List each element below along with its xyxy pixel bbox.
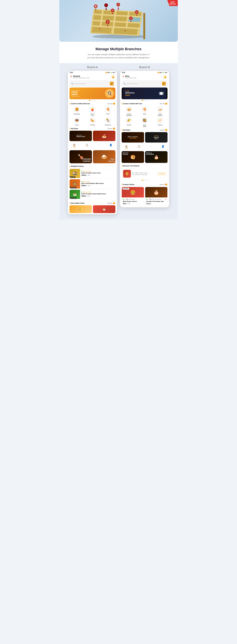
svg-rect-14	[115, 16, 127, 21]
cuisine-cheese-sandwich[interactable]: 🥪 CheeseSandwich	[122, 106, 136, 116]
shop-dot	[81, 171, 82, 172]
deal-b-card-1-bg: DELICIOUS FOOD MENU	[122, 132, 144, 142]
food-card-foodmenu[interactable]: 🎂 DeliciousFOOD MENU	[145, 151, 168, 163]
cuisine-pizza[interactable]: 🍕 Pizza	[101, 106, 115, 116]
reorder-button[interactable]: Re-Order	[158, 172, 166, 175]
cuisine-chole[interactable]: 🍛 CholeBhature	[153, 106, 168, 116]
shop-dot-2	[81, 181, 82, 182]
branch-a-status-bar: 5:52 📶 WiFi 🔋 26%	[68, 71, 117, 74]
dish-palak-info: Delicious Thali Indian Punjabi Cuisine P…	[80, 190, 115, 198]
food-card-pancake[interactable]: 🥞 DeliciousPancake	[122, 151, 144, 163]
because-dot	[132, 172, 133, 173]
branch-b-search-text: Search Dishes	[126, 83, 161, 85]
nav-home[interactable]: 🏠 HOME	[73, 144, 76, 148]
svg-point-43	[124, 30, 126, 31]
branch-b-search-bar[interactable]: 🔍 Search Dishes 🎤	[122, 80, 168, 87]
cuisine-hamburger[interactable]: 🍔 Hamburger	[70, 106, 84, 116]
burger-heart[interactable]: ♡	[141, 198, 143, 200]
branch-b-bottom-nav: 🏠 HOME 📋 ♡ 👤	[120, 144, 169, 151]
branch-a-time: 5:52	[70, 72, 73, 74]
dish-card-thali[interactable]: 🍱 20% OFF Delicious Thali Indian Punjabi…	[70, 169, 115, 178]
cuisine-hotdog[interactable]: 🌭 Hot Dog	[85, 117, 100, 126]
svg-rect-18	[114, 22, 126, 27]
dish-thali-heart[interactable]: ♡	[112, 170, 114, 172]
cuisine-samosa[interactable]: 🥟 Samosa	[153, 117, 168, 127]
cuisine-chole-label: CholeBhature	[158, 113, 162, 116]
cuisine-pizza-b[interactable]: 🍕 Pizza	[137, 106, 152, 116]
nav-menu[interactable]: 📋	[86, 144, 88, 148]
food-card-chicken[interactable]: 🍗 CHICKENCONFISC	[70, 150, 92, 163]
because-info: 1 x Blaze Burger Inferno You Ordered 19 …	[132, 172, 156, 175]
new-food-1[interactable]: 🌮	[70, 205, 92, 213]
cuisine-donut[interactable]: 🍩 Donut	[70, 117, 84, 126]
hot-deals-show-all-b[interactable]: Show All →	[160, 129, 167, 131]
nav-profile-b[interactable]: 👤	[162, 145, 164, 149]
cuisine-label-b: Cuisine Crafted with Care	[122, 103, 142, 104]
nav-profile[interactable]: 👤	[109, 144, 112, 148]
popular-card-burger[interactable]: 🍔 45% OFF ★ 5.0 Spicy Burger ♡ Blaze Bur…	[122, 187, 144, 206]
dish-palak-old-price: ₹650	[87, 196, 90, 197]
cuisine-nachos[interactable]: 🌮 Nachos	[122, 117, 136, 127]
svg-text:G: G	[95, 6, 96, 7]
popular-show-all-btn[interactable]: →	[165, 184, 167, 186]
because-dot-4	[147, 180, 148, 181]
pancake-label: DeliciousPancake	[123, 152, 128, 155]
hot-deals-show-all-btn-b[interactable]: →	[165, 129, 167, 131]
dish-thali-off: 20% OFF	[70, 176, 75, 178]
dish-card-palak[interactable]: 🥗 4.62% OFF Delicious Thali Indian Punja…	[70, 190, 115, 199]
cheese-sandwich-icon: 🥪	[126, 106, 132, 113]
deal-b-card-1[interactable]: DELICIOUS FOOD MENU	[122, 132, 144, 142]
cuisine-show-all-btn[interactable]: →	[113, 103, 115, 105]
cuisine-south-indian-label: SouthIndian	[143, 124, 146, 127]
svg-rect-16	[92, 21, 100, 26]
south-indian-icon: 🥘	[141, 117, 148, 124]
branch-b-popular-row: Popular Dishes Show All →	[120, 182, 169, 186]
hot-deals-label: Hot Deals	[70, 128, 78, 130]
cuisine-show-all[interactable]: Show All →	[108, 103, 115, 105]
nav-favorites-b[interactable]: ♡	[150, 145, 152, 149]
cuisine-shawarma[interactable]: 🌯 Shawarma	[101, 117, 115, 126]
branch-b-bell-button[interactable]: 🔔	[163, 75, 167, 79]
cake-name: Decadent Chocolate Cake	[146, 200, 166, 202]
cuisine-nachos-label: Nachos	[127, 124, 131, 126]
dish-bhature-old-price: ₹280	[87, 185, 90, 186]
branch-b-mic-button[interactable]: 🎤	[162, 82, 166, 86]
dish-card-bhature[interactable]: 🥘 7.14% OFF Bakery Lover Spicy Chole Bha…	[70, 179, 115, 188]
hot-deals-show-all-btn[interactable]: →	[113, 128, 115, 130]
branch-a-bell-button[interactable]: 🔔	[111, 75, 115, 79]
nav-menu-b[interactable]: 📋	[138, 145, 140, 149]
dish-thali-shop: Delicious Thali	[81, 170, 114, 172]
new-foods-show-all[interactable]: Show All →	[108, 202, 115, 204]
heart-icon-b: ♡	[150, 145, 152, 148]
dish-palak-off: 4.62% OFF	[70, 197, 76, 199]
branch-b-because-section: 🍔 1 x Blaze Burger Inferno You Ordered 1…	[120, 167, 169, 182]
new-foods-show-all-btn[interactable]: →	[113, 202, 115, 204]
deal-b-card-2[interactable]: Today's Special Menu	[145, 132, 168, 142]
dish-palak-heart[interactable]: ♡	[112, 191, 114, 193]
cuisine-south-indian[interactable]: 🥘 SouthIndian	[137, 117, 152, 127]
cake-heart[interactable]: ♥	[165, 198, 166, 200]
svg-text:A: A	[130, 18, 131, 19]
food-card-daal[interactable]: 🍛 DaalRasfra	[93, 150, 115, 163]
svg-marker-23	[143, 13, 145, 39]
cuisine-show-all-b[interactable]: Show All →	[160, 103, 167, 105]
popular-card-cake[interactable]: 🎂 ★ 5.0 Delicious Desserts ♥ Decadent Ch…	[145, 187, 168, 206]
branch-a-search-bar[interactable]: 🔍 Search Dishes 🎤	[70, 80, 115, 87]
deal-card-2[interactable]: 🍝	[93, 131, 115, 141]
nav-home-b[interactable]: 🏠 HOME	[125, 145, 128, 149]
cuisine-show-all-btn-b[interactable]: →	[165, 103, 167, 105]
deal-card-1[interactable]: PETTITIO FRESH FOOD	[70, 131, 92, 141]
new-food-2[interactable]: 🍜	[93, 205, 115, 213]
branch-b-column: Branch B 5:29 📶 WiFi 🔋 28% 📍 Bhuj B	[120, 66, 169, 214]
food-chicken-bg: 🍗 CHICKENCONFISC	[70, 150, 92, 163]
cuisine-hamburger-label: Hamburger	[74, 113, 80, 115]
cuisine-french-fries[interactable]: 🍟 FrenchFries	[85, 106, 100, 116]
hot-deals-show-all[interactable]: Show All →	[108, 128, 115, 130]
branch-a-mic-button[interactable]: 🎤	[110, 82, 114, 86]
popular-show-all[interactable]: Show All →	[160, 184, 167, 186]
dish-bhature-heart[interactable]: ♡	[112, 181, 114, 183]
foodmenu-label: DeliciousFOOD MENU	[146, 152, 154, 155]
location-pin-icon-b: 📍	[122, 76, 124, 78]
profile-icon-b: 👤	[162, 145, 164, 148]
nav-favorites[interactable]: ♡	[98, 144, 100, 148]
